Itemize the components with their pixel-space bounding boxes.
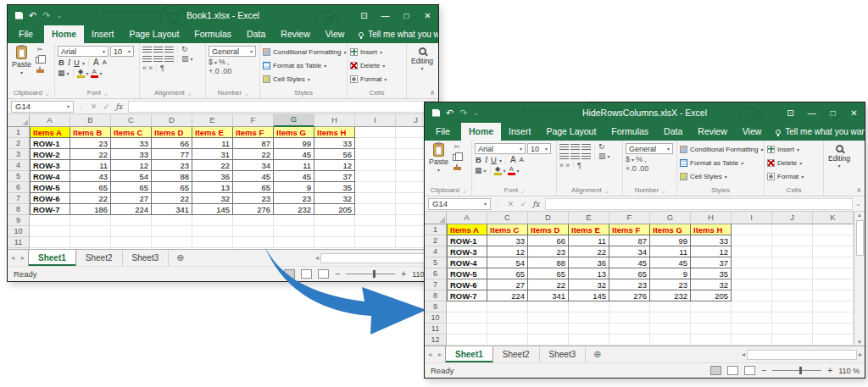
sheet-tab-sheet3[interactable]: Sheet3: [540, 346, 587, 362]
ribbon-tab-review[interactable]: Review: [273, 25, 317, 43]
undo-icon[interactable]: ↶: [29, 11, 36, 20]
cell-C7[interactable]: 27: [487, 279, 528, 290]
select-all-corner[interactable]: [425, 212, 447, 224]
editing-button[interactable]: Editing▾: [409, 46, 435, 73]
enter-entry-icon[interactable]: ✓: [100, 102, 113, 111]
cell-E10[interactable]: [569, 312, 609, 323]
cell-I1[interactable]: [732, 224, 772, 235]
cell-B3[interactable]: 22: [70, 149, 111, 160]
column-header-G[interactable]: G: [650, 212, 691, 224]
cell-A2[interactable]: ROW-1: [30, 138, 70, 149]
cell-F9[interactable]: [609, 301, 650, 312]
clipboard-dialog-launcher-icon[interactable]: ⌟: [463, 187, 465, 194]
cut-icon[interactable]: ✂: [454, 144, 460, 151]
align-right-button[interactable]: [581, 153, 591, 160]
scroll-right-icon[interactable]: ▸: [859, 351, 862, 358]
cell-A5[interactable]: ROW-4: [30, 171, 70, 182]
cell-F5[interactable]: 45: [233, 171, 274, 182]
cell-D7[interactable]: 22: [152, 193, 192, 204]
cell-A6[interactable]: ROW-5: [30, 182, 70, 193]
row-header-10[interactable]: 10: [8, 226, 30, 237]
sheet-tab-sheet2[interactable]: Sheet2: [76, 250, 123, 266]
decrease-indent-button[interactable]: «: [142, 64, 147, 72]
number-dialog-launcher-icon[interactable]: ⌟: [245, 90, 248, 97]
row-header-6[interactable]: 6: [425, 268, 447, 279]
scroll-up-icon[interactable]: ▴: [858, 212, 861, 218]
increase-font-size-button[interactable]: A: [92, 58, 100, 67]
close-icon[interactable]: ✕: [843, 108, 865, 118]
cell-G1[interactable]: Items G: [274, 127, 314, 138]
font-size-select[interactable]: 10▾: [110, 46, 134, 57]
row-header-3[interactable]: 3: [8, 149, 30, 160]
cell-E9[interactable]: [569, 301, 609, 312]
column-header-E[interactable]: E: [569, 212, 609, 224]
format-as-table-button[interactable]: Format as Table▾: [680, 157, 761, 169]
row-header-7[interactable]: 7: [8, 193, 30, 204]
cell-G8[interactable]: 232: [274, 204, 314, 215]
underline-button[interactable]: U: [490, 156, 498, 164]
cell-E11[interactable]: [569, 323, 609, 334]
scroll-left-icon[interactable]: ◂: [742, 351, 745, 358]
maximize-icon[interactable]: □: [396, 11, 417, 20]
file-tab[interactable]: File: [425, 123, 461, 141]
cell-C8[interactable]: 224: [487, 290, 528, 301]
cell-H1[interactable]: Items H: [314, 127, 355, 138]
cell-I4[interactable]: [732, 246, 772, 257]
clipboard-dialog-launcher-icon[interactable]: ⌟: [46, 90, 48, 97]
cell-K12[interactable]: [813, 334, 854, 346]
cell-D5[interactable]: 88: [152, 171, 192, 182]
cell-H7[interactable]: 32: [314, 193, 355, 204]
copy-icon[interactable]: [453, 154, 459, 161]
cell-K1[interactable]: [813, 224, 854, 235]
cell-A7[interactable]: ROW-6: [447, 279, 487, 290]
cell-K9[interactable]: [813, 301, 854, 312]
cell-B4[interactable]: 11: [70, 160, 111, 171]
cell-E4[interactable]: 22: [192, 160, 233, 171]
formula-input[interactable]: [128, 101, 436, 113]
ribbon-tab-home[interactable]: Home: [461, 123, 501, 141]
cell-B1[interactable]: Items B: [70, 127, 111, 138]
cell-D3[interactable]: 77: [152, 149, 192, 160]
cell-E10[interactable]: [192, 226, 233, 237]
merge-center-button[interactable]: ▥: [181, 55, 189, 63]
wrap-text-button[interactable]: ¶: [577, 162, 581, 169]
format-cells-button[interactable]: Format▾: [350, 73, 403, 85]
delete-cells-button[interactable]: Delete▾: [350, 59, 403, 71]
ribbon-tab-page-layout[interactable]: Page Layout: [121, 25, 186, 43]
ribbon-tab-data[interactable]: Data: [656, 123, 690, 141]
cell-G11[interactable]: [274, 237, 314, 248]
cell-C6[interactable]: 65: [111, 182, 152, 193]
conditional-formatting-button[interactable]: Conditional Formatting▾: [263, 46, 344, 58]
cell-E1[interactable]: Items E: [192, 127, 233, 138]
font-name-select[interactable]: Arial▾: [475, 143, 526, 154]
percent-style-button[interactable]: %: [219, 58, 225, 66]
cell-I5[interactable]: [355, 171, 396, 182]
row-header-9[interactable]: 9: [8, 215, 30, 226]
cell-D7[interactable]: 22: [528, 279, 569, 290]
increase-indent-button[interactable]: »: [148, 64, 153, 72]
cell-J6[interactable]: [772, 268, 813, 279]
cell-J1[interactable]: [772, 224, 813, 235]
cell-K2[interactable]: [813, 235, 854, 246]
align-left-button[interactable]: [559, 153, 569, 160]
cell-D4[interactable]: 23: [528, 246, 569, 257]
vertical-scrollbar[interactable]: ▴ ▾: [854, 212, 865, 346]
cell-F10[interactable]: [609, 312, 650, 323]
cell-D9[interactable]: [152, 215, 192, 226]
cell-A2[interactable]: ROW-1: [447, 235, 487, 246]
sheet-tab-sheet2[interactable]: Sheet2: [493, 346, 540, 362]
cell-G2[interactable]: 99: [274, 138, 314, 149]
cell-D6[interactable]: 65: [152, 182, 192, 193]
column-header-E[interactable]: E: [192, 114, 233, 127]
row-header-12[interactable]: 12: [425, 334, 447, 346]
cell-C10[interactable]: [487, 312, 528, 323]
normal-view-button[interactable]: [710, 366, 721, 375]
cell-D1[interactable]: Items D: [528, 224, 569, 235]
cell-F12[interactable]: [609, 334, 650, 346]
cell-H8[interactable]: 205: [314, 204, 355, 215]
cell-styles-button[interactable]: Cell Styles▾: [680, 170, 761, 182]
number-dialog-launcher-icon[interactable]: ⌟: [662, 187, 665, 194]
row-header-10[interactable]: 10: [425, 312, 447, 323]
cell-D10[interactable]: [528, 312, 569, 323]
sheet-nav-right-icon[interactable]: ▸: [435, 346, 445, 362]
